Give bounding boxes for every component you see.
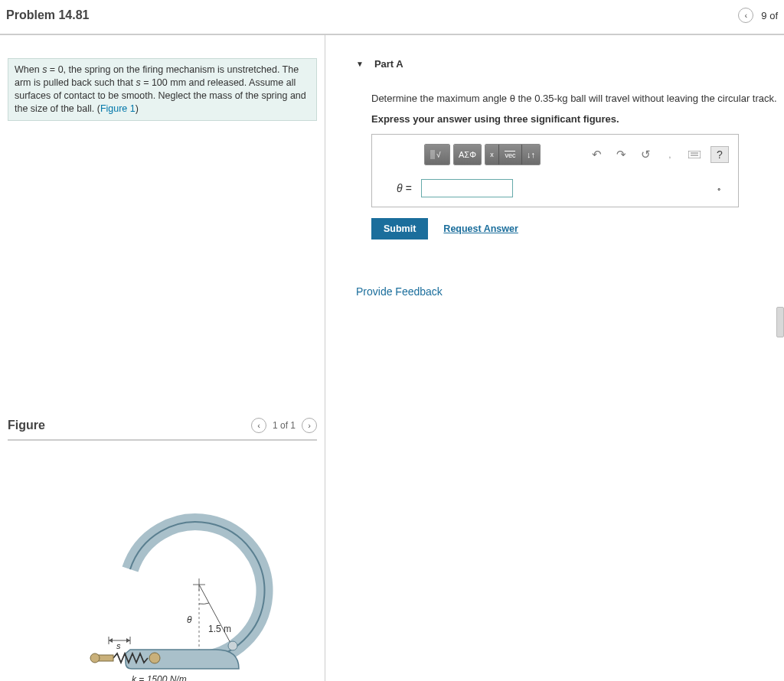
svg-marker-11 bbox=[109, 638, 113, 643]
k-label: k = 1500 N/m bbox=[132, 674, 187, 682]
vec-button[interactable]: vec bbox=[499, 145, 522, 165]
figure-body: θ 1.5 m bbox=[8, 455, 317, 682]
superscript-button[interactable]: x bbox=[485, 145, 499, 165]
scrollbar-thumb[interactable] bbox=[776, 307, 784, 337]
answer-input[interactable] bbox=[421, 179, 513, 197]
updown-button[interactable]: ↓↑ bbox=[522, 145, 540, 165]
right-column: ▼ Part A Determine the maximum angle θ t… bbox=[325, 35, 784, 681]
keyboard-button[interactable] bbox=[686, 146, 703, 163]
left-column: When s = 0, the spring on the firing mec… bbox=[0, 35, 325, 681]
reset-button[interactable]: ↺ bbox=[637, 146, 654, 163]
figure-nav: ‹ 1 of 1 › bbox=[251, 418, 317, 433]
provide-feedback-link[interactable]: Provide Feedback bbox=[356, 285, 443, 298]
text: ) bbox=[136, 103, 139, 114]
figure-counter: 1 of 1 bbox=[273, 420, 296, 431]
unit-degree: ∘ bbox=[717, 184, 721, 193]
sigfig-instruction: Express your answer using three signific… bbox=[371, 113, 778, 125]
answer-row: θ = ∘ bbox=[397, 179, 729, 197]
svg-point-7 bbox=[149, 653, 160, 663]
theta-label: θ bbox=[187, 614, 192, 625]
part-a-header: ▼ Part A bbox=[356, 58, 778, 70]
greek-button[interactable]: ΑΣΦ bbox=[454, 145, 481, 165]
svg-marker-12 bbox=[126, 638, 130, 643]
help-button[interactable]: ? bbox=[710, 146, 729, 163]
part-title: Part A bbox=[374, 58, 403, 70]
special-char-button[interactable]: , bbox=[662, 146, 678, 163]
text: When bbox=[15, 64, 42, 75]
svg-point-4 bbox=[228, 641, 237, 650]
submit-button[interactable]: Submit bbox=[371, 218, 428, 239]
prev-problem-button[interactable]: ‹ bbox=[738, 8, 753, 23]
content: When s = 0, the spring on the firing mec… bbox=[0, 35, 784, 681]
figure-next-button[interactable]: › bbox=[302, 418, 317, 433]
s-label: s bbox=[116, 641, 121, 650]
redo-button[interactable]: ↷ bbox=[612, 146, 629, 163]
theta-equals: θ = bbox=[397, 182, 412, 194]
svg-rect-13 bbox=[430, 150, 435, 159]
nav-right: ‹ 9 of bbox=[738, 8, 778, 23]
undo-button[interactable]: ↶ bbox=[588, 146, 605, 163]
equation-toolbar: √ ΑΣΦ x vec ↓↑ ↶ ↷ ↺ bbox=[424, 144, 729, 165]
problem-statement: When s = 0, the spring on the firing mec… bbox=[8, 58, 317, 121]
figure-svg: θ 1.5 m bbox=[86, 455, 285, 682]
page-header: Problem 14.81 ‹ 9 of bbox=[0, 0, 784, 35]
figure-prev-button[interactable]: ‹ bbox=[251, 418, 266, 433]
part-instruction: Determine the maximum angle θ the 0.35-k… bbox=[371, 93, 778, 104]
template-button[interactable]: √ bbox=[425, 145, 449, 165]
svg-point-6 bbox=[90, 653, 100, 663]
problem-title: Problem 14.81 bbox=[6, 8, 90, 22]
part-collapse-icon[interactable]: ▼ bbox=[356, 60, 364, 68]
svg-rect-15 bbox=[688, 151, 701, 158]
figure-link[interactable]: Figure 1 bbox=[100, 103, 136, 114]
request-answer-link[interactable]: Request Answer bbox=[443, 223, 518, 234]
svg-line-3 bbox=[199, 585, 231, 644]
figure-header: Figure ‹ 1 of 1 › bbox=[8, 412, 317, 441]
submit-row: Submit Request Answer bbox=[371, 218, 778, 239]
answer-panel: √ ΑΣΦ x vec ↓↑ ↶ ↷ ↺ bbox=[371, 134, 739, 207]
problem-counter: 9 of bbox=[761, 10, 778, 21]
radius-label: 1.5 m bbox=[208, 624, 231, 634]
figure-heading: Figure bbox=[8, 419, 45, 432]
figure-section: Figure ‹ 1 of 1 › bbox=[8, 412, 317, 682]
svg-text:√: √ bbox=[436, 151, 441, 159]
